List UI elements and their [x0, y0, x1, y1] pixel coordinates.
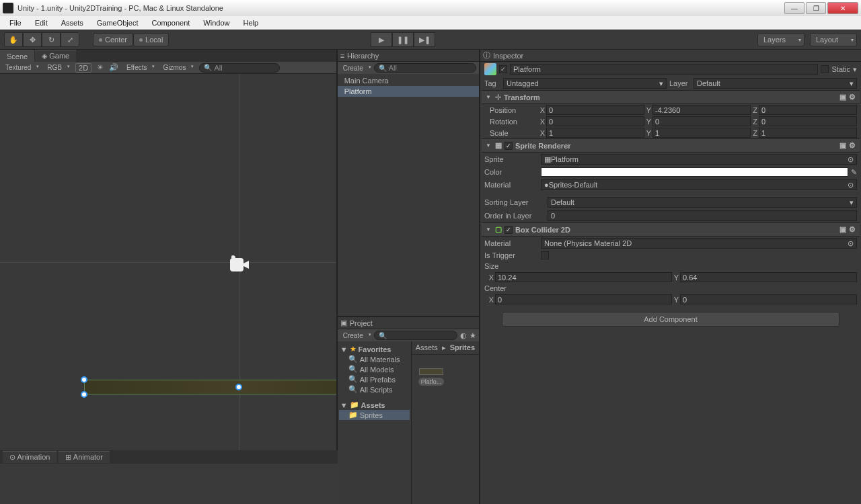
fav-materials[interactable]: 🔍All Materials — [339, 354, 410, 364]
trigger-checkbox[interactable] — [541, 251, 549, 259]
scale-tool[interactable]: ⤢ — [61, 32, 79, 47]
tab-animator[interactable]: ⊞ Animator — [59, 451, 109, 463]
transform-header[interactable]: ▼⊹ Transform ▣⚙ — [482, 90, 860, 104]
center-y[interactable] — [680, 294, 857, 304]
active-checkbox[interactable]: ✓ — [499, 65, 507, 73]
size-x[interactable] — [495, 272, 672, 282]
scale-y[interactable] — [652, 128, 751, 138]
layout-dropdown[interactable]: Layout — [810, 33, 857, 46]
size-y[interactable] — [680, 272, 857, 282]
layers-dropdown[interactable]: Layers — [757, 33, 804, 46]
box-collider-icon: ▢ — [495, 225, 502, 234]
box-collider-enabled[interactable]: ✓ — [504, 226, 513, 234]
star-icon[interactable]: ★ — [470, 331, 476, 340]
sorting-dropdown[interactable]: Default▾ — [548, 197, 857, 208]
handle-toggle[interactable]: Local — [133, 33, 169, 46]
help-icon[interactable]: ▣ — [839, 225, 846, 234]
hierarchy-item-platform[interactable]: Platform — [338, 86, 479, 97]
rot-y[interactable] — [652, 116, 751, 126]
platform-sprite[interactable] — [84, 380, 336, 394]
gear-icon[interactable]: ⚙ — [849, 93, 856, 101]
menu-file[interactable]: File — [4, 17, 27, 28]
sprite-renderer-enabled[interactable]: ✓ — [504, 142, 513, 150]
pause-button[interactable]: ❚❚ — [392, 32, 414, 47]
step-button[interactable]: ▶❚ — [414, 32, 435, 47]
sprite-renderer-header[interactable]: ▼▦ ✓ Sprite Renderer ▣⚙ — [482, 138, 860, 153]
hierarchy-title: Hierarchy — [347, 52, 379, 60]
eyedropper-icon[interactable]: ✎ — [851, 168, 857, 177]
menu-window[interactable]: Window — [198, 17, 235, 28]
order-field[interactable] — [548, 210, 857, 221]
scale-z[interactable] — [759, 128, 857, 138]
material-field[interactable]: ●Sprites-Default⊙ — [541, 179, 857, 190]
rot-x[interactable] — [546, 116, 644, 126]
hand-tool[interactable]: ✋ — [4, 32, 23, 47]
sprite-field[interactable]: ▦Platform⊙ — [541, 154, 857, 165]
2d-toggle[interactable]: 2D — [75, 63, 91, 73]
project-breadcrumb: Assets ▸ Sprites — [412, 341, 479, 355]
close-button[interactable]: ✕ — [827, 2, 858, 14]
box-collider-header[interactable]: ▼▢ ✓ Box Collider 2D ▣⚙ — [482, 222, 860, 237]
maximize-button[interactable]: ❐ — [806, 2, 826, 14]
project-create[interactable]: Create — [340, 332, 371, 339]
pos-y[interactable] — [652, 105, 751, 115]
handle-bl[interactable] — [81, 391, 87, 398]
add-component-button[interactable]: Add Component — [502, 312, 839, 327]
gizmos-dropdown[interactable]: Gizmos — [160, 64, 194, 71]
help-icon[interactable]: ▣ — [839, 141, 846, 150]
pos-z[interactable] — [759, 105, 857, 115]
move-tool[interactable]: ✥ — [23, 32, 42, 47]
filter-icon[interactable]: ◐ — [460, 331, 467, 340]
camera-gizmo-icon[interactable] — [227, 255, 252, 274]
minimize-button[interactable]: — — [784, 2, 804, 14]
menu-component[interactable]: Component — [146, 17, 195, 28]
handle-tl[interactable] — [81, 376, 87, 383]
breadcrumb-assets[interactable]: Assets — [416, 343, 438, 352]
help-icon[interactable]: ▣ — [839, 93, 846, 101]
pos-x[interactable] — [546, 105, 644, 115]
play-button[interactable]: ▶ — [371, 32, 392, 47]
fav-scripts[interactable]: 🔍All Scripts — [339, 384, 410, 394]
project-search[interactable]: 🔍 — [374, 331, 457, 340]
center-x[interactable] — [495, 294, 672, 304]
fav-prefabs[interactable]: 🔍All Prefabs — [339, 374, 410, 384]
static-dropdown-icon[interactable]: ▾ — [853, 65, 857, 74]
hierarchy-create[interactable]: Create — [340, 65, 371, 72]
breadcrumb-sprites[interactable]: Sprites — [450, 343, 475, 352]
favorites-folder[interactable]: ▼★Favorites — [339, 344, 410, 354]
pivot-toggle[interactable]: Center — [93, 33, 133, 46]
gear-icon[interactable]: ⚙ — [849, 225, 856, 234]
tab-scene[interactable]: Scene — [0, 50, 34, 62]
scene-viewport[interactable] — [0, 74, 336, 450]
handle-center[interactable] — [235, 384, 242, 390]
render-dropdown[interactable]: RGB — [44, 64, 70, 71]
hierarchy-item-camera[interactable]: Main Camera — [338, 75, 479, 86]
effects-dropdown[interactable]: Effects — [124, 64, 155, 71]
sprites-folder[interactable]: 📁Sprites — [339, 410, 410, 420]
menu-help[interactable]: Help — [237, 17, 264, 28]
color-field[interactable] — [541, 167, 848, 177]
light-icon[interactable]: ☀ — [97, 63, 104, 72]
tag-dropdown[interactable]: Untagged▾ — [503, 78, 667, 89]
tab-animation[interactable]: ⊙ Animation — [3, 451, 57, 463]
menu-assets[interactable]: Assets — [56, 17, 89, 28]
hierarchy-search[interactable]: 🔍All — [374, 63, 476, 73]
object-name-field[interactable]: Platform — [510, 64, 818, 75]
menu-gameobject[interactable]: GameObject — [91, 17, 144, 28]
audio-icon[interactable]: 🔊 — [109, 63, 118, 72]
project-title: Project — [350, 319, 373, 327]
layer-dropdown[interactable]: Default▾ — [694, 78, 857, 89]
phys-material-field[interactable]: None (Physics Material 2D⊙ — [541, 238, 857, 249]
scene-search[interactable]: 🔍All — [199, 63, 280, 73]
static-checkbox[interactable] — [821, 65, 829, 73]
scale-x[interactable] — [546, 128, 644, 138]
fav-models[interactable]: 🔍All Models — [339, 364, 410, 374]
project-item-platform[interactable]: Platfo... — [418, 368, 445, 386]
tab-game[interactable]: ◈ Game — [35, 50, 76, 62]
gear-icon[interactable]: ⚙ — [849, 141, 856, 150]
rotate-tool[interactable]: ↻ — [42, 32, 61, 47]
rot-z[interactable] — [759, 116, 857, 126]
menu-edit[interactable]: Edit — [30, 17, 53, 28]
assets-folder[interactable]: ▼📁Assets — [339, 400, 410, 410]
shading-dropdown[interactable]: Textured — [3, 64, 39, 71]
